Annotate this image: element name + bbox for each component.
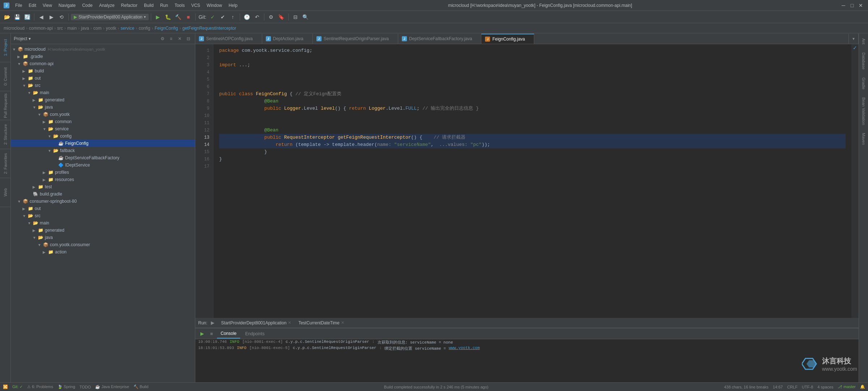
git-push-button[interactable]: ↑ <box>228 12 238 22</box>
tree-item-generated[interactable]: ▶ 📁 generated <box>11 96 195 104</box>
menu-analyze[interactable]: Analyze <box>96 1 118 9</box>
tree-item-buildgradle[interactable]: 🐘 build.gradle <box>11 190 195 198</box>
status-branch[interactable]: ⎇ master <box>838 384 856 389</box>
menu-vcs[interactable]: VCS <box>188 1 203 9</box>
menu-tools[interactable]: Tools <box>172 1 188 9</box>
tree-item-out[interactable]: ▶ 📁 out <box>11 75 195 82</box>
tree-item-ideptservice[interactable]: 🔷 IDeptService <box>11 161 195 169</box>
status-position[interactable]: 14:67 <box>773 385 783 389</box>
close-run-tab[interactable]: ✕ <box>288 320 291 325</box>
right-tab-gradle[interactable]: Gradle <box>860 74 867 93</box>
console-stop-button[interactable]: ■ <box>208 330 216 338</box>
breadcrumb-microcloud[interactable]: microcloud <box>4 26 25 31</box>
status-indent[interactable]: 4 spaces <box>817 385 833 389</box>
tree-item-src[interactable]: ▼ 📂 src <box>11 82 195 89</box>
menu-run[interactable]: Run <box>157 1 171 9</box>
stop-button[interactable]: ■ <box>184 12 193 22</box>
menu-file[interactable]: File <box>12 1 25 9</box>
nav-button[interactable]: ⟲ <box>57 12 66 22</box>
status-todo[interactable]: TODO <box>80 385 91 389</box>
settings-button[interactable]: ⚙ <box>267 12 276 22</box>
tree-item-feignconfig[interactable]: ☕ FeignConfig <box>11 140 195 147</box>
tree-item-test[interactable]: ▶ 📁 test <box>11 183 195 190</box>
git-commit-button[interactable]: ✔ <box>218 12 227 22</box>
tab-pull-requests[interactable]: Pull Requests <box>0 91 10 120</box>
tree-item-resources[interactable]: ▶ 📁 resources <box>11 176 195 183</box>
tab-sentinel-parser[interactable]: J SentinelRequestOriginParser.java ✕ <box>313 34 398 44</box>
history-button[interactable]: 🕐 <box>242 12 252 22</box>
status-git[interactable]: Git: ✓ <box>12 384 23 389</box>
breadcrumb-java[interactable]: java <box>81 26 89 31</box>
status-problems[interactable]: ⚠ 6: Problems <box>27 384 53 389</box>
tree-item-service[interactable]: ▼ 📂 service <box>11 125 195 133</box>
tab-project[interactable]: 1: Project <box>0 33 10 62</box>
tree-item-fallback[interactable]: ▼ 📂 fallback <box>11 147 195 154</box>
status-line-ending[interactable]: CRLF <box>787 385 797 389</box>
tree-item-consumer-package[interactable]: ▼ 📦 com.yootk.consumer <box>11 241 195 248</box>
tree-item-com-yootk[interactable]: ▼ 📦 com.yootk <box>11 111 195 118</box>
refresh-button[interactable]: 🔄 <box>22 12 32 22</box>
tab-feign-config[interactable]: J FeignConfig.java ✕ <box>481 34 534 44</box>
tab-dept-action[interactable]: J DeptAction.java ✕ <box>262 34 313 44</box>
breadcrumb-config[interactable]: config <box>139 26 150 31</box>
tree-item-microcloud[interactable]: ▼ 📦 microcloud H:\workspace\idea\muyan_y… <box>11 46 195 53</box>
tab-dropdown-button[interactable]: ▾ <box>848 34 859 44</box>
right-tab-bean-validation[interactable]: Bean Validation <box>860 94 867 129</box>
breadcrumb-yootk[interactable]: yootk <box>106 26 116 31</box>
run-tab-provider[interactable]: StartProviderDept8001Application ✕ <box>218 320 294 326</box>
search-button[interactable]: 🔍 <box>301 12 310 22</box>
close-panel-button[interactable]: ✕ <box>176 35 183 42</box>
hide-panel-button[interactable]: ⊟ <box>185 35 192 42</box>
tree-item-java[interactable]: ▼ 📂 java <box>11 104 195 111</box>
tree-item-common-api[interactable]: ▼ 📦 common-api <box>11 60 195 67</box>
tree-item-consumer-action[interactable]: ▶ 📁 action <box>11 248 195 256</box>
tree-item-profiles[interactable]: ▶ 📁 profiles <box>11 169 195 176</box>
menu-window[interactable]: Window <box>204 1 225 9</box>
console-link[interactable]: www.yootk.com <box>449 346 480 351</box>
breadcrumb-com[interactable]: com <box>93 26 102 31</box>
tree-item-main[interactable]: ▼ 📂 main <box>11 89 195 96</box>
bookmarks-button[interactable]: 🔖 <box>277 12 286 22</box>
forward-button[interactable]: ▶ <box>47 12 56 22</box>
back-button[interactable]: ◀ <box>37 12 46 22</box>
tab-sentinel-aop[interactable]: J SentinelAOPConfig.java ✕ <box>195 34 262 44</box>
status-java-enterprise[interactable]: ☕ Java Enterprise <box>95 384 129 389</box>
window-layout-button[interactable]: ⊟ <box>291 12 300 22</box>
menu-code[interactable]: Code <box>79 1 95 9</box>
tab-console[interactable]: Console <box>217 329 240 339</box>
right-tab-maven[interactable]: Maven <box>860 129 867 148</box>
tab-endpoints[interactable]: Endpoints <box>242 329 268 339</box>
tree-item-gradle[interactable]: ▶ 📁 .gradle <box>11 53 195 60</box>
debug-button[interactable]: 🐛 <box>163 12 173 22</box>
build-button[interactable]: 🔨 <box>174 12 183 22</box>
breadcrumb-method[interactable]: getFeignRequestInterceptor <box>182 26 236 31</box>
code-content[interactable]: package com.yootk.service.config; import… <box>213 44 851 318</box>
status-spring[interactable]: 🍃 Spring <box>58 384 75 389</box>
open-file-button[interactable]: 📂 <box>2 12 12 22</box>
tree-item-consumer-src[interactable]: ▼ 📂 src <box>11 212 195 219</box>
tree-item-common[interactable]: ▶ 📁 common <box>11 118 195 125</box>
tree-item-consumer-generated[interactable]: ▶ 📁 generated <box>11 227 195 234</box>
status-build[interactable]: 🔨 Build <box>133 384 149 389</box>
close-button[interactable]: ✕ <box>857 2 864 9</box>
menu-edit[interactable]: Edit <box>26 1 39 9</box>
status-notifications[interactable]: 🔔 <box>860 384 865 389</box>
tab-structure[interactable]: 2: Structure <box>0 120 10 149</box>
maximize-button[interactable]: □ <box>848 2 856 9</box>
project-dropdown-icon[interactable]: ▾ <box>29 36 31 41</box>
breadcrumb-feignconfig[interactable]: FeignConfig <box>155 26 178 31</box>
tab-dept-fallback[interactable]: J DeptServiceFallbackFactory.java ✕ <box>398 34 482 44</box>
collapse-all-button[interactable]: ≡ <box>167 35 175 42</box>
menu-navigate[interactable]: Navigate <box>56 1 78 9</box>
breadcrumb-service[interactable]: service <box>120 26 134 31</box>
tree-item-consumer-java[interactable]: ▼ 📂 java <box>11 234 195 241</box>
git-button[interactable]: Git: <box>198 12 207 22</box>
breadcrumb-common-api[interactable]: common-api <box>29 26 53 31</box>
minimize-button[interactable]: ─ <box>840 2 847 9</box>
tree-item-deptfallback[interactable]: ☕ DeptServiceFallbackFactory <box>11 154 195 161</box>
tree-item-consumer-out[interactable]: ▶ 📁 out <box>11 205 195 212</box>
run-configuration[interactable]: ▶ StartProviderDept800 Application ▾ <box>71 14 149 20</box>
menu-build[interactable]: Build <box>141 1 157 9</box>
breadcrumb-main[interactable]: main <box>67 26 77 31</box>
right-tab-database[interactable]: Database <box>860 49 867 73</box>
